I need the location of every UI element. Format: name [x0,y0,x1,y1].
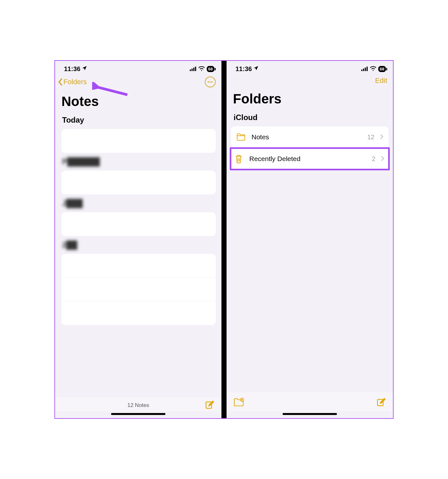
svg-rect-0 [190,69,191,71]
location-icon [82,65,87,73]
svg-rect-9 [366,67,368,71]
chevron-right-icon [381,155,384,163]
note-card[interactable] [61,129,216,153]
note-card[interactable] [61,171,216,194]
toolbar [227,392,393,411]
ellipsis-icon: ••• [207,79,213,85]
svg-rect-8 [365,68,366,71]
folder-count: 2 [372,155,375,163]
folder-count: 12 [367,134,374,141]
svg-rect-3 [195,67,196,71]
cellular-icon [190,65,196,73]
folder-name: Notes [252,133,362,141]
svg-rect-6 [361,69,363,71]
back-button[interactable]: Folders [58,78,87,86]
notes-count-label: 12 Notes [127,402,149,409]
new-folder-button[interactable] [234,398,244,408]
folder-icon [236,132,246,142]
toolbar: 12 Notes [55,397,221,411]
compose-button[interactable] [376,397,386,409]
back-label: Folders [63,78,87,86]
section-header-today: Today [55,114,221,128]
section-header: 2██ [55,239,221,253]
compose-icon [376,397,386,407]
folder-name: Recently Deleted [249,155,366,163]
wifi-icon [198,65,205,73]
folder-row-notes[interactable]: Notes 12 [231,126,388,148]
compose-button[interactable] [205,400,214,411]
folder-row-recently-deleted[interactable]: Recently Deleted 2 [231,149,388,169]
new-folder-icon [234,398,244,407]
battery-icon: 68 [378,66,386,72]
highlighted-folder-row: Recently Deleted 2 [230,147,390,170]
folders-screen: 11:36 68 Edit Folders iCl [227,61,393,418]
status-bar: 11:36 68 [227,61,393,75]
edit-button[interactable]: Edit [375,77,387,85]
svg-rect-7 [363,69,364,71]
location-icon [253,65,259,73]
home-indicator[interactable] [283,413,337,415]
trash-icon [234,154,244,164]
status-time: 11:36 [64,65,80,73]
svg-rect-1 [191,69,193,71]
section-header: P██████ [55,156,221,169]
status-time: 11:36 [236,65,252,73]
page-title: Notes [55,90,221,114]
status-bar: 11:36 68 [55,61,221,75]
home-indicator[interactable] [111,413,165,415]
section-header: J███ [55,198,221,211]
chevron-left-icon [58,78,63,86]
battery-icon: 68 [207,66,214,72]
svg-rect-2 [193,68,195,71]
group-header-icloud: iCloud [227,112,393,125]
note-card[interactable] [61,254,216,325]
cellular-icon [361,65,368,73]
compose-icon [205,400,214,410]
chevron-right-icon [380,133,383,141]
more-menu-button[interactable]: ••• [205,77,216,87]
note-card[interactable] [61,212,216,236]
page-title: Folders [227,87,393,112]
wifi-icon [370,65,376,73]
notes-list-screen: 11:36 68 Folders [55,61,221,418]
folder-list: Notes 12 [231,126,388,148]
